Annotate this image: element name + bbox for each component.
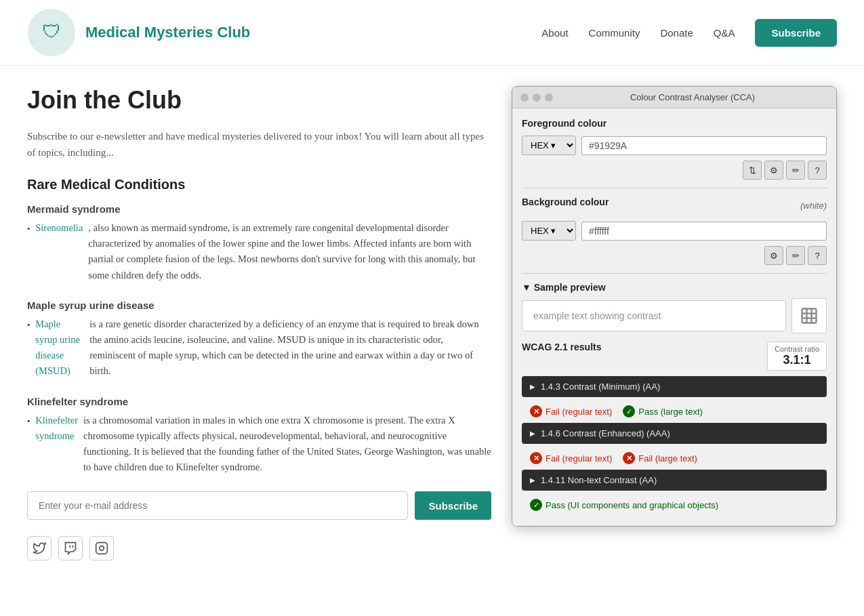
main-content: Join the Club Subscribe to our e-newslet…: [0, 66, 864, 581]
cca-titlebar: Colour Contrast Analyser (CCA): [512, 87, 836, 108]
instagram-icon[interactable]: [89, 536, 114, 560]
cca-body: Foreground colour HEX ▾ ⇅ ⚙ ✏ ? Backgrou: [512, 108, 836, 526]
criterion-1-4-6[interactable]: ▶ 1.4.6 Contrast (Enhanced) (AAA): [522, 423, 827, 444]
bg-row: HEX ▾: [522, 221, 827, 241]
list-item: Klinefelter syndrome is a chromosomal va…: [27, 413, 491, 476]
preview-label: ▼ Sample preview: [522, 282, 827, 293]
fg-eyedropper-icon[interactable]: ✏: [786, 161, 805, 180]
background-label: Background colour: [522, 197, 609, 207]
fg-format-select[interactable]: HEX ▾: [522, 136, 576, 155]
condition-link-msud[interactable]: Maple syrup urine disease (MSUD): [35, 316, 84, 379]
sample-text-box: example text showing contrast: [522, 300, 786, 331]
twitch-icon[interactable]: [58, 536, 83, 560]
logo-area: 🛡 Medical Mysteries Club: [27, 8, 250, 57]
intro-text: Subscribe to our e-newsletter and have m…: [27, 128, 491, 161]
bg-format-select[interactable]: HEX ▾: [522, 221, 576, 241]
chart-icon-button[interactable]: [791, 298, 827, 333]
wcag-label: WCAG 2.1 results: [522, 342, 601, 352]
cca-divider2: [522, 273, 827, 274]
twitter-icon[interactable]: [27, 536, 52, 560]
bg-help-icon[interactable]: ?: [808, 246, 827, 265]
result-text-fail-large-1-4-6: Fail (large text): [638, 453, 697, 464]
svg-text:🛡: 🛡: [42, 21, 61, 42]
sample-preview-section: ▼ Sample preview example text showing co…: [522, 282, 827, 333]
left-panel: Join the Club Subscribe to our e-newslet…: [27, 86, 491, 560]
condition-msud: Maple syrup urine disease Maple syrup ur…: [27, 300, 491, 379]
email-input[interactable]: [27, 491, 408, 520]
fg-help-icon[interactable]: ?: [808, 161, 827, 180]
window-dot-yellow: [533, 94, 541, 102]
expand-icon-1-4-3: ▶: [530, 383, 535, 390]
result-text-pass-large-1-4-3: Pass (large text): [638, 407, 703, 417]
result-pass-large-1-4-3: ✓ Pass (large text): [623, 405, 703, 417]
social-icons: [27, 536, 491, 560]
site-title[interactable]: Medical Mysteries Club: [85, 24, 250, 41]
foreground-label: Foreground colour: [522, 118, 827, 129]
condition-title-msud: Maple syrup urine disease: [27, 300, 491, 311]
criterion-1-4-11[interactable]: ▶ 1.4.11 Non-text Contrast (AA): [522, 470, 827, 491]
result-fail-regular-1-4-3: ✕ Fail (regular text): [530, 405, 612, 417]
condition-klinefelter: Klinefelter syndrome Klinefelter syndrom…: [27, 396, 491, 476]
svg-rect-4: [802, 309, 817, 323]
email-subscribe-button[interactable]: Subscribe: [415, 491, 491, 520]
cca-panel: Colour Contrast Analyser (CCA) Foregroun…: [512, 86, 837, 560]
condition-desc-msud: is a rare genetic disorder characterized…: [89, 316, 491, 379]
contrast-ratio-value: 3.1:1: [775, 353, 819, 367]
expand-icon-1-4-6: ▶: [530, 430, 535, 437]
page-title: Join the Club: [27, 86, 491, 115]
svg-rect-2: [96, 543, 108, 554]
criterion-results-1-4-3: ✕ Fail (regular text) ✓ Pass (large text…: [522, 401, 827, 423]
fg-tools: ⇅ ⚙ ✏ ?: [522, 161, 827, 180]
header-subscribe-button[interactable]: Subscribe: [755, 19, 837, 47]
fg-hex-input[interactable]: [581, 136, 827, 155]
condition-desc-mermaid: , also known as mermaid syndrome, is an …: [88, 220, 491, 283]
expand-icon-1-4-11: ▶: [530, 476, 535, 484]
section-title: Rare Medical Conditions: [27, 177, 491, 192]
bg-hex-input[interactable]: [581, 222, 827, 241]
criterion-results-1-4-11: ✓ Pass (UI components and graphical obje…: [522, 495, 827, 516]
nav-about[interactable]: About: [535, 23, 575, 43]
result-fail-regular-1-4-6: ✕ Fail (regular text): [530, 452, 612, 464]
criterion-label-1-4-3: 1.4.3 Contrast (Minimum) (AA): [541, 382, 660, 392]
nav-donate[interactable]: Donate: [653, 23, 699, 43]
cca-divider1: [522, 188, 827, 188]
site-logo: 🛡: [27, 8, 76, 57]
main-nav: About Community Donate Q&A Subscribe: [535, 19, 837, 47]
results-header: WCAG 2.1 results Contrast ratio 3.1:1: [522, 342, 827, 371]
bg-eyedropper-icon[interactable]: ✏: [786, 246, 805, 265]
criterion-label-1-4-6: 1.4.6 Contrast (Enhanced) (AAA): [541, 428, 670, 438]
condition-mermaid: Mermaid syndrome Sirenomelia, also known…: [27, 203, 491, 283]
wcag-results-section: WCAG 2.1 results Contrast ratio 3.1:1 ▶ …: [522, 342, 827, 516]
pass-icon-1-4-11: ✓: [530, 499, 542, 511]
fg-row: HEX ▾: [522, 136, 827, 155]
preview-area: example text showing contrast: [522, 298, 827, 333]
nav-qa[interactable]: Q&A: [707, 23, 742, 43]
condition-link-sirenomelia[interactable]: Sirenomelia: [35, 220, 83, 236]
bg-tools: ⚙ ✏ ?: [522, 246, 827, 265]
condition-desc-klinefelter: is a chromosomal variation in males in w…: [83, 413, 491, 476]
result-text-pass-1-4-11: Pass (UI components and graphical object…: [546, 500, 718, 510]
fail-icon-1-4-3-regular: ✕: [530, 405, 542, 417]
nav-community[interactable]: Community: [582, 23, 647, 43]
email-subscribe-area: Subscribe: [27, 491, 491, 520]
window-dot-red: [520, 94, 529, 102]
criterion-results-1-4-6: ✕ Fail (regular text) ✕ Fail (large text…: [522, 448, 827, 470]
site-header: 🛡 Medical Mysteries Club About Community…: [0, 0, 864, 66]
bg-section-header: Background colour (white): [522, 197, 827, 214]
result-text-fail-regular-1-4-6: Fail (regular text): [546, 453, 612, 464]
condition-title-klinefelter: Klinefelter syndrome: [27, 396, 491, 407]
criterion-1-4-3[interactable]: ▶ 1.4.3 Contrast (Minimum) (AA): [522, 376, 827, 397]
bg-settings-icon[interactable]: ⚙: [764, 246, 783, 265]
fail-icon-1-4-6-large: ✕: [623, 452, 635, 464]
cca-window: Colour Contrast Analyser (CCA) Foregroun…: [512, 86, 837, 527]
condition-title-mermaid: Mermaid syndrome: [27, 203, 491, 215]
window-dot-green: [545, 94, 553, 102]
fg-settings-icon[interactable]: ⚙: [764, 161, 783, 180]
result-pass-1-4-11: ✓ Pass (UI components and graphical obje…: [530, 499, 718, 511]
bg-white-label: (white): [800, 201, 827, 211]
list-item: Maple syrup urine disease (MSUD) is a ra…: [27, 316, 491, 379]
fg-swap-icon[interactable]: ⇅: [743, 161, 762, 180]
fail-icon-1-4-6-regular: ✕: [530, 452, 542, 464]
result-text-fail-regular-1-4-3: Fail (regular text): [546, 407, 612, 417]
condition-link-klinefelter[interactable]: Klinefelter syndrome: [35, 413, 78, 444]
